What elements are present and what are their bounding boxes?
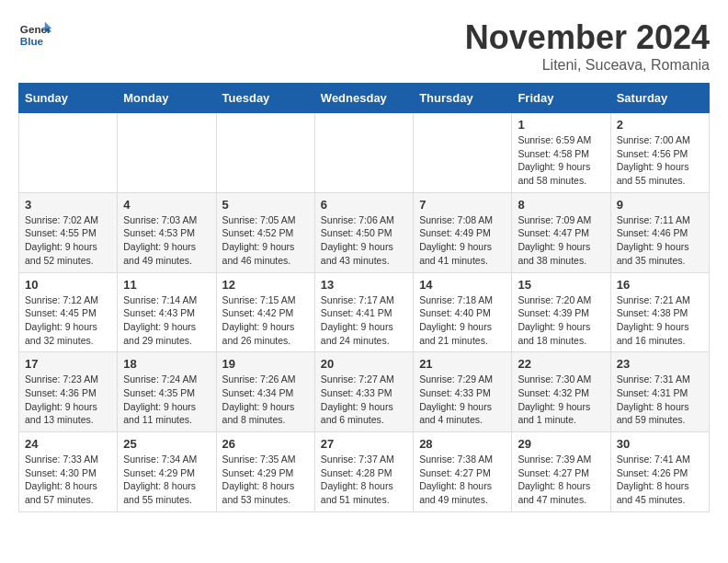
day-number: 1: [518, 118, 604, 132]
calendar-cell: 22Sunrise: 7:30 AM Sunset: 4:32 PM Dayli…: [512, 352, 610, 432]
weekday-header: Monday: [118, 84, 216, 113]
day-info: Sunrise: 7:11 AM Sunset: 4:46 PM Dayligh…: [617, 213, 703, 268]
day-info: Sunrise: 7:33 AM Sunset: 4:30 PM Dayligh…: [25, 453, 111, 507]
calendar-cell: 6Sunrise: 7:06 AM Sunset: 4:50 PM Daylig…: [314, 192, 413, 272]
day-info: Sunrise: 7:30 AM Sunset: 4:32 PM Dayligh…: [518, 373, 604, 427]
calendar-cell: 18Sunrise: 7:24 AM Sunset: 4:35 PM Dayli…: [118, 352, 216, 432]
calendar-cell: 23Sunrise: 7:31 AM Sunset: 4:31 PM Dayli…: [610, 352, 709, 432]
day-info: Sunrise: 7:31 AM Sunset: 4:31 PM Dayligh…: [617, 373, 703, 427]
weekday-header-row: SundayMondayTuesdayWednesdayThursdayFrid…: [19, 84, 710, 113]
day-info: Sunrise: 7:35 AM Sunset: 4:29 PM Dayligh…: [222, 453, 309, 507]
calendar-cell: 3Sunrise: 7:02 AM Sunset: 4:55 PM Daylig…: [19, 192, 118, 272]
day-info: Sunrise: 7:38 AM Sunset: 4:27 PM Dayligh…: [419, 453, 506, 507]
day-number: 8: [518, 198, 604, 212]
calendar-cell: [118, 113, 216, 193]
day-info: Sunrise: 7:41 AM Sunset: 4:26 PM Dayligh…: [617, 453, 703, 507]
calendar-cell: 25Sunrise: 7:34 AM Sunset: 4:29 PM Dayli…: [118, 432, 216, 512]
calendar-cell: [314, 113, 413, 193]
day-number: 10: [25, 278, 111, 292]
day-info: Sunrise: 7:27 AM Sunset: 4:33 PM Dayligh…: [321, 373, 407, 427]
calendar-cell: 8Sunrise: 7:09 AM Sunset: 4:47 PM Daylig…: [512, 192, 610, 272]
day-info: Sunrise: 7:20 AM Sunset: 4:39 PM Dayligh…: [518, 293, 604, 348]
day-number: 24: [25, 437, 111, 451]
day-number: 9: [617, 198, 703, 212]
day-number: 29: [518, 437, 604, 451]
calendar-cell: 2Sunrise: 7:00 AM Sunset: 4:56 PM Daylig…: [610, 113, 709, 193]
weekday-header: Friday: [512, 84, 610, 113]
calendar-cell: 7Sunrise: 7:08 AM Sunset: 4:49 PM Daylig…: [414, 192, 512, 272]
day-info: Sunrise: 7:18 AM Sunset: 4:40 PM Dayligh…: [419, 293, 506, 348]
weekday-header: Sunday: [19, 84, 118, 113]
calendar-week-row: 24Sunrise: 7:33 AM Sunset: 4:30 PM Dayli…: [19, 432, 710, 512]
day-number: 21: [419, 357, 506, 371]
calendar-cell: 20Sunrise: 7:27 AM Sunset: 4:33 PM Dayli…: [314, 352, 413, 432]
location: Liteni, Suceava, Romania: [465, 57, 710, 74]
day-info: Sunrise: 7:17 AM Sunset: 4:41 PM Dayligh…: [321, 293, 407, 348]
calendar-cell: 16Sunrise: 7:21 AM Sunset: 4:38 PM Dayli…: [610, 272, 709, 352]
day-info: Sunrise: 7:14 AM Sunset: 4:43 PM Dayligh…: [123, 293, 210, 348]
day-number: 27: [321, 437, 407, 451]
day-number: 13: [321, 278, 407, 292]
day-info: Sunrise: 7:00 AM Sunset: 4:56 PM Dayligh…: [617, 133, 703, 188]
day-number: 30: [617, 437, 703, 451]
calendar-cell: 14Sunrise: 7:18 AM Sunset: 4:40 PM Dayli…: [414, 272, 512, 352]
logo: General Blue: [18, 18, 51, 52]
day-number: 3: [25, 198, 111, 212]
day-number: 23: [617, 357, 703, 371]
day-info: Sunrise: 7:34 AM Sunset: 4:29 PM Dayligh…: [123, 453, 210, 507]
day-number: 28: [419, 437, 506, 451]
calendar-cell: 13Sunrise: 7:17 AM Sunset: 4:41 PM Dayli…: [314, 272, 413, 352]
calendar-cell: 28Sunrise: 7:38 AM Sunset: 4:27 PM Dayli…: [414, 432, 512, 512]
weekday-header: Tuesday: [216, 84, 314, 113]
day-info: Sunrise: 7:39 AM Sunset: 4:27 PM Dayligh…: [518, 453, 604, 507]
calendar-cell: 4Sunrise: 7:03 AM Sunset: 4:53 PM Daylig…: [118, 192, 216, 272]
calendar-cell: 27Sunrise: 7:37 AM Sunset: 4:28 PM Dayli…: [314, 432, 413, 512]
title-block: November 2024 Liteni, Suceava, Romania: [465, 18, 710, 74]
day-info: Sunrise: 7:26 AM Sunset: 4:34 PM Dayligh…: [222, 373, 309, 427]
day-number: 26: [222, 437, 309, 451]
calendar-cell: 29Sunrise: 7:39 AM Sunset: 4:27 PM Dayli…: [512, 432, 610, 512]
day-number: 4: [123, 198, 210, 212]
calendar-cell: 10Sunrise: 7:12 AM Sunset: 4:45 PM Dayli…: [19, 272, 118, 352]
day-number: 20: [321, 357, 407, 371]
day-info: Sunrise: 7:21 AM Sunset: 4:38 PM Dayligh…: [617, 293, 703, 348]
day-number: 22: [518, 357, 604, 371]
calendar-week-row: 17Sunrise: 7:23 AM Sunset: 4:36 PM Dayli…: [19, 352, 710, 432]
calendar-table: SundayMondayTuesdayWednesdayThursdayFrid…: [18, 83, 710, 512]
day-number: 19: [222, 357, 309, 371]
day-number: 16: [617, 278, 703, 292]
day-info: Sunrise: 7:29 AM Sunset: 4:33 PM Dayligh…: [419, 373, 506, 427]
day-info: Sunrise: 7:12 AM Sunset: 4:45 PM Dayligh…: [25, 293, 111, 348]
day-number: 5: [222, 198, 309, 212]
day-info: Sunrise: 7:02 AM Sunset: 4:55 PM Dayligh…: [25, 213, 111, 268]
calendar-cell: 21Sunrise: 7:29 AM Sunset: 4:33 PM Dayli…: [414, 352, 512, 432]
day-info: Sunrise: 7:09 AM Sunset: 4:47 PM Dayligh…: [518, 213, 604, 268]
calendar-cell: 15Sunrise: 7:20 AM Sunset: 4:39 PM Dayli…: [512, 272, 610, 352]
day-info: Sunrise: 7:23 AM Sunset: 4:36 PM Dayligh…: [25, 373, 111, 427]
calendar-cell: 19Sunrise: 7:26 AM Sunset: 4:34 PM Dayli…: [216, 352, 314, 432]
page-header: General Blue November 2024 Liteni, Sucea…: [18, 18, 710, 74]
day-number: 25: [123, 437, 210, 451]
calendar-cell: [19, 113, 118, 193]
calendar-week-row: 1Sunrise: 6:59 AM Sunset: 4:58 PM Daylig…: [19, 113, 710, 193]
calendar-cell: 11Sunrise: 7:14 AM Sunset: 4:43 PM Dayli…: [118, 272, 216, 352]
calendar-cell: 5Sunrise: 7:05 AM Sunset: 4:52 PM Daylig…: [216, 192, 314, 272]
calendar-cell: 9Sunrise: 7:11 AM Sunset: 4:46 PM Daylig…: [610, 192, 709, 272]
day-number: 17: [25, 357, 111, 371]
day-number: 18: [123, 357, 210, 371]
calendar-week-row: 10Sunrise: 7:12 AM Sunset: 4:45 PM Dayli…: [19, 272, 710, 352]
logo-icon: General Blue: [18, 18, 51, 52]
day-info: Sunrise: 6:59 AM Sunset: 4:58 PM Dayligh…: [518, 133, 604, 188]
calendar-cell: 12Sunrise: 7:15 AM Sunset: 4:42 PM Dayli…: [216, 272, 314, 352]
day-info: Sunrise: 7:24 AM Sunset: 4:35 PM Dayligh…: [123, 373, 210, 427]
weekday-header: Saturday: [610, 84, 709, 113]
calendar-cell: 26Sunrise: 7:35 AM Sunset: 4:29 PM Dayli…: [216, 432, 314, 512]
day-number: 11: [123, 278, 210, 292]
day-info: Sunrise: 7:08 AM Sunset: 4:49 PM Dayligh…: [419, 213, 506, 268]
weekday-header: Thursday: [414, 84, 512, 113]
calendar-cell: [414, 113, 512, 193]
calendar-week-row: 3Sunrise: 7:02 AM Sunset: 4:55 PM Daylig…: [19, 192, 710, 272]
day-number: 14: [419, 278, 506, 292]
weekday-header: Wednesday: [314, 84, 413, 113]
svg-text:Blue: Blue: [20, 35, 44, 47]
